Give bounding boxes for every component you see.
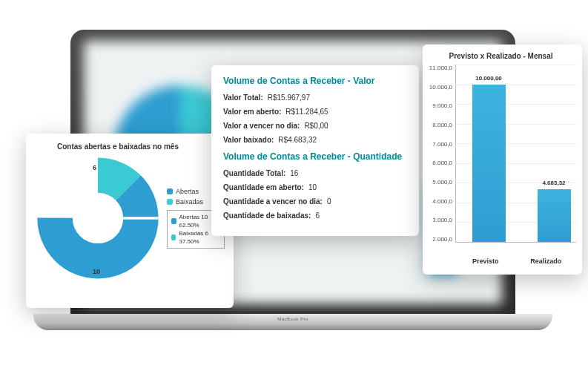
y-axis: 11.000,0 10.000,0 9.000,0 8.000,0 7.000,…: [426, 65, 455, 243]
info-key: Quantidade Total:: [223, 169, 285, 177]
info-key: Valor a vencer no dia:: [223, 122, 300, 130]
legend-swatch-icon: [171, 234, 176, 240]
info-row: Valor baixado:R$4.683,32: [223, 136, 407, 144]
valor-section-title: Volume de Contas a Receber - Valor: [223, 76, 407, 86]
x-axis: Previsto Realizado: [455, 257, 576, 265]
bar-chart-title: Previsto x Realizado - Mensal: [426, 52, 576, 60]
info-row: Valor Total:R$15.967,97: [223, 93, 407, 102]
info-row: Quantidade a vencer no dia:0: [223, 197, 407, 206]
x-tick-realizado: Realizado: [516, 257, 577, 265]
y-tick: 4.000,0: [426, 198, 452, 205]
y-tick: 7.000,0: [426, 141, 452, 148]
info-value: R$0,00: [304, 122, 328, 130]
info-value: 0: [327, 197, 331, 206]
info-row: Valor a vencer no dia:R$0,00: [223, 122, 407, 130]
laptop-base: MacBook Pro: [33, 314, 552, 330]
info-value: 10: [308, 183, 317, 191]
donut-label-top: 6: [93, 164, 96, 171]
info-value: 16: [290, 169, 298, 177]
qtd-section-title: Volume de Contas a Receber - Quantidade: [223, 151, 407, 162]
bar-realizado: [538, 189, 571, 242]
donut-label-bottom: 10: [93, 268, 100, 275]
info-value: R$4.683,32: [278, 136, 317, 144]
y-tick: 9.000,0: [426, 102, 452, 109]
info-row: Quantidade Total:16: [223, 169, 407, 177]
info-key: Valor baixado:: [223, 136, 274, 144]
info-card: Volume de Contas a Receber - Valor Valor…: [211, 65, 419, 236]
y-tick: 8.000,0: [426, 122, 452, 128]
legend-swatch-icon: [171, 218, 176, 224]
info-row: Quantidade de baixadas:6: [223, 211, 407, 220]
legend-abertas-label: Abertas: [176, 188, 199, 195]
legend-swatch-icon: [167, 199, 173, 205]
info-row: Valor em aberto:R$11.284,65: [223, 108, 407, 116]
info-value: 6: [315, 211, 320, 220]
y-tick: 2.000,0: [426, 236, 452, 243]
info-key: Quantidade em aberto:: [223, 183, 304, 191]
bar-realizado-label: 4.683,32: [532, 180, 576, 186]
y-tick: 6.000,0: [426, 160, 452, 166]
donut-chart: 6 10: [35, 155, 161, 281]
y-tick: 3.000,0: [426, 217, 452, 223]
info-value: R$11.284,65: [285, 108, 328, 116]
bar-chart-card: Previsto x Realizado - Mensal 11.000,0 1…: [423, 45, 582, 275]
y-tick: 10.000,0: [426, 84, 452, 91]
info-key: Quantidade a vencer no dia:: [223, 197, 323, 206]
y-tick: 5.000,0: [426, 179, 452, 186]
info-key: Quantidade de baixadas:: [223, 211, 311, 220]
info-key: Valor Total:: [223, 93, 263, 102]
info-row: Quantidade em aberto:10: [223, 183, 407, 191]
bar-previsto-label: 10.000,00: [466, 75, 511, 82]
plot-area: 10.000,00 4.683,32: [455, 65, 576, 243]
laptop-logo: MacBook Pro: [277, 317, 308, 321]
y-tick: 11.000,0: [426, 65, 452, 71]
info-key: Valor em aberto:: [223, 108, 281, 116]
legend-swatch-icon: [167, 188, 173, 194]
x-tick-previsto: Previsto: [455, 257, 516, 265]
bar-previsto: [472, 85, 506, 242]
legend-baixadas-label: Baixadas: [176, 198, 203, 206]
pie-title: Contas abertas e baixadas no mês: [35, 142, 225, 151]
pie-chart-card: Contas abertas e baixadas no mês 6 10 Ab…: [26, 134, 234, 308]
info-value: R$15.967,97: [268, 93, 310, 102]
